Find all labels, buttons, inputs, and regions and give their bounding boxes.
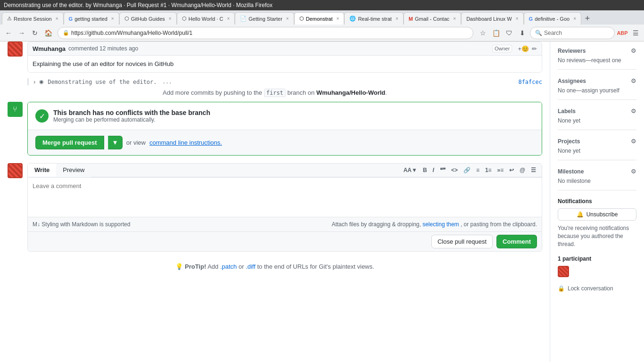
comment-block: Wmuhanga commented 12 minutes ago Owner …: [8, 41, 542, 73]
sidebar: Reviewers ⚙ No reviews—request one Assig…: [550, 41, 644, 362]
lock-conversation-link[interactable]: 🔒 Lock conversation: [558, 285, 636, 292]
assignees-gear-icon[interactable]: ⚙: [631, 77, 636, 84]
tab-close[interactable]: ×: [56, 16, 58, 21]
toolbar-quote-btn[interactable]: ❝❞: [438, 166, 447, 174]
new-tab-button[interactable]: +: [581, 12, 594, 25]
tab-close[interactable]: ×: [169, 16, 172, 21]
menu-button[interactable]: ☰: [630, 27, 641, 39]
toolbar-link-btn[interactable]: 🔗: [462, 166, 472, 174]
tab-write[interactable]: Write: [28, 164, 56, 177]
markdown-icon: M↓: [33, 221, 40, 228]
globe-icon: 🌐: [349, 16, 356, 22]
unsubscribe-button[interactable]: 🔔 Unsubscribe: [558, 208, 636, 221]
labels-title: Labels: [558, 108, 576, 115]
edit-comment-button[interactable]: ✏: [532, 45, 537, 52]
milestone-gear-icon[interactable]: ⚙: [631, 168, 636, 175]
tab-close[interactable]: ×: [337, 16, 339, 21]
tab-getting-starter[interactable]: 📄 Getting Starter ×: [235, 12, 294, 25]
merge-dropdown-button[interactable]: ▼: [108, 136, 123, 149]
reload-button[interactable]: ↻: [29, 27, 41, 39]
reply-footer-actions: Attach files by dragging & dropping, sel…: [331, 221, 537, 228]
tab-close[interactable]: ×: [227, 16, 230, 21]
abp-icon[interactable]: ABP: [617, 27, 628, 39]
repo-name: Wmuhanga/Hello-World: [316, 89, 385, 96]
sidebar-milestone: Milestone ⚙ No milestone: [558, 168, 636, 190]
address-bar[interactable]: 🔒 https://github.com/Wmuhanga/Hello-Worl…: [58, 27, 473, 39]
reviewers-gear-icon[interactable]: ⚙: [631, 47, 636, 54]
selecting-link[interactable]: selecting them: [422, 221, 459, 228]
google-icon2: G: [529, 16, 533, 22]
tab-definitive[interactable]: G definitive - Goo ×: [524, 12, 581, 25]
tab-realtime[interactable]: 🌐 Real-time strat ×: [344, 12, 403, 25]
merge-icon-wrap: ⑂: [8, 102, 23, 117]
tab-preview[interactable]: Preview: [56, 164, 91, 177]
tab-gmail[interactable]: M Gmail - Contac ×: [404, 12, 461, 25]
tab-getting-started-g[interactable]: G getting started ×: [64, 12, 119, 25]
markdown-note: M↓ Styling with Markdown is supported: [33, 221, 130, 228]
bell-icon: 🔔: [577, 211, 584, 218]
participants-title: 1 participant: [558, 255, 636, 262]
toolbar-ordered-list-btn[interactable]: 1≡: [483, 166, 494, 174]
tab-github-guides[interactable]: ⬡ GitHub Guides ×: [119, 12, 177, 25]
merge-status: ✓ This branch has no conflicts with the …: [28, 102, 542, 130]
sidebar-projects: Projects ⚙ None yet: [558, 138, 636, 160]
tab-close[interactable]: ×: [111, 16, 114, 21]
tab-dashboard-linux[interactable]: Dashboard Linux W ×: [461, 12, 523, 25]
projects-gear-icon[interactable]: ⚙: [631, 138, 636, 145]
labels-gear-icon[interactable]: ⚙: [631, 107, 636, 115]
comment-button[interactable]: Comment: [496, 235, 537, 248]
milestone-value: No milestone: [558, 178, 636, 184]
reader-icon[interactable]: 📋: [490, 27, 502, 39]
toolbar-mention-btn[interactable]: @: [518, 166, 527, 174]
merge-section: ⑂ ✓ This branch has no conflicts with th…: [8, 102, 542, 156]
toolbar-heading-btn[interactable]: AA▼: [402, 166, 419, 174]
toolbar-reply-btn[interactable]: ↩: [507, 166, 516, 174]
diff-link[interactable]: .diff: [246, 263, 256, 270]
comment-header: Wmuhanga commented 12 minutes ago Owner …: [28, 42, 542, 56]
toolbar-list-btn[interactable]: ≡: [474, 166, 481, 174]
tab-hello-world[interactable]: ⬡ Hello World · C ×: [177, 12, 235, 25]
toolbar-italic-btn[interactable]: I: [431, 166, 436, 174]
bookmark-star-icon[interactable]: ☆: [477, 27, 488, 39]
attach-note: Attach files by dragging & dropping, sel…: [331, 221, 537, 228]
toolbar-bold-btn[interactable]: B: [421, 166, 429, 174]
browser-title: Demonstrating use of the editor. by Wmuh…: [4, 2, 272, 8]
add-emoji-button[interactable]: +😊: [518, 45, 529, 52]
tab-close[interactable]: ×: [286, 16, 289, 21]
command-line-link[interactable]: command line instructions.: [149, 139, 222, 146]
tab-close[interactable]: ×: [396, 16, 398, 21]
projects-value: None yet: [558, 148, 636, 154]
download-icon[interactable]: ⬇: [517, 27, 528, 39]
forward-button[interactable]: →: [16, 27, 27, 39]
home-button[interactable]: 🏠: [42, 27, 54, 39]
tab-restore-session[interactable]: ⚠ Restore Session ×: [2, 12, 64, 25]
tab-close[interactable]: ×: [516, 16, 519, 21]
unsubscribe-label: Unsubscribe: [586, 211, 618, 218]
comment-body: Explaining the use of an editor for novi…: [28, 56, 542, 72]
comment-textarea[interactable]: [28, 178, 542, 215]
comment-author: Wmuhanga: [33, 45, 66, 52]
lock-icon: 🔒: [63, 30, 69, 36]
close-pull-request-button[interactable]: Close pull request: [431, 235, 493, 248]
back-button[interactable]: ←: [3, 27, 14, 39]
protip: 💡 ProTip! Add .patch or .diff to the end…: [8, 259, 542, 274]
patch-link[interactable]: .patch: [220, 263, 237, 270]
merge-text: This branch has no conflicts with the ba…: [53, 109, 210, 123]
tab-close[interactable]: ×: [573, 16, 576, 21]
sidebar-labels: Labels ⚙ None yet: [558, 107, 636, 130]
commit-hash[interactable]: 8fafcec: [518, 79, 542, 85]
tab-demonstrating[interactable]: ⬡ Demonstrat ×: [294, 12, 345, 25]
tab-close[interactable]: ×: [453, 16, 456, 21]
reply-box: Write Preview AA▼ B I ❝❞ <> 🔗 ≡ 1≡: [27, 163, 542, 252]
toolbar-code-btn[interactable]: <>: [449, 166, 460, 174]
toolbar-ref-btn[interactable]: ☰: [529, 166, 538, 174]
reviewers-title: Reviewers: [558, 48, 586, 54]
commit-dots: ...: [163, 79, 172, 85]
address-text: https://github.com/Wmuhanga/Hello-World/…: [71, 30, 192, 36]
search-bar[interactable]: 🔍 Search: [530, 27, 615, 39]
action-buttons: Close pull request Comment: [28, 231, 542, 251]
merge-pull-request-button[interactable]: Merge pull request: [35, 136, 104, 149]
shield-icon[interactable]: 🛡: [504, 27, 515, 39]
comment-text: Explaining the use of an editor for novi…: [33, 60, 537, 67]
toolbar-tasklist-btn[interactable]: »≡: [495, 166, 506, 174]
